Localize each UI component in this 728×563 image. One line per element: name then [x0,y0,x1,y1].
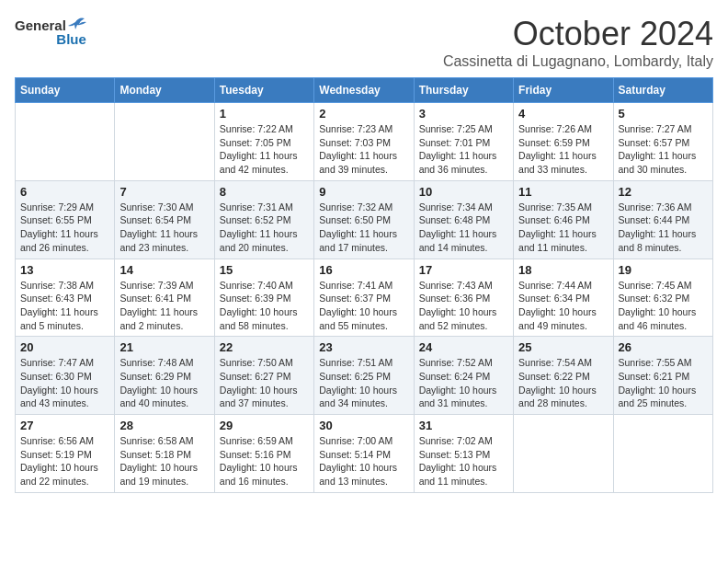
calendar-cell: 17Sunrise: 7:43 AM Sunset: 6:36 PM Dayli… [414,259,513,337]
day-info: Sunrise: 7:27 AM Sunset: 6:57 PM Dayligh… [619,122,708,177]
calendar-cell: 29Sunrise: 6:59 AM Sunset: 5:16 PM Dayli… [214,415,313,493]
day-info: Sunrise: 7:43 AM Sunset: 6:36 PM Dayligh… [419,279,508,333]
day-number: 10 [419,185,508,199]
calendar-cell: 21Sunrise: 7:48 AM Sunset: 6:29 PM Dayli… [115,337,214,415]
day-number: 26 [619,340,708,354]
day-number: 20 [20,340,109,354]
calendar-cell: 5Sunrise: 7:27 AM Sunset: 6:57 PM Daylig… [613,103,712,181]
calendar-cell: 25Sunrise: 7:54 AM Sunset: 6:22 PM Dayli… [514,337,613,415]
day-number: 28 [119,419,209,432]
calendar-cell [115,103,214,181]
day-info: Sunrise: 7:45 AM Sunset: 6:32 PM Dayligh… [619,279,708,333]
day-info: Sunrise: 7:35 AM Sunset: 6:46 PM Dayligh… [518,201,608,255]
day-number: 24 [419,340,508,354]
calendar-cell: 1Sunrise: 7:22 AM Sunset: 7:05 PM Daylig… [214,103,313,181]
weekday-header-sunday: Sunday [16,78,115,103]
day-info: Sunrise: 7:30 AM Sunset: 6:54 PM Dayligh… [119,201,209,255]
day-number: 27 [20,419,109,432]
day-info: Sunrise: 7:44 AM Sunset: 6:34 PM Dayligh… [518,279,608,333]
day-info: Sunrise: 7:00 AM Sunset: 5:14 PM Dayligh… [319,434,408,488]
calendar-cell [613,415,712,493]
logo: General Blue [15,15,86,47]
day-info: Sunrise: 7:55 AM Sunset: 6:21 PM Dayligh… [619,356,708,410]
page-header: General Blue October 2024 Cassinetta di … [15,15,713,70]
day-number: 2 [319,107,408,121]
title-block: October 2024 Cassinetta di Lugagnano, Lo… [443,15,713,70]
day-info: Sunrise: 7:34 AM Sunset: 6:48 PM Dayligh… [419,201,508,255]
day-number: 12 [619,185,708,199]
day-number: 16 [319,263,408,277]
calendar-cell: 20Sunrise: 7:47 AM Sunset: 6:30 PM Dayli… [16,337,115,415]
calendar-header-row: SundayMondayTuesdayWednesdayThursdayFrid… [16,78,713,103]
day-info: Sunrise: 7:39 AM Sunset: 6:41 PM Dayligh… [119,279,209,333]
calendar-cell: 10Sunrise: 7:34 AM Sunset: 6:48 PM Dayli… [414,180,513,259]
calendar-week-4: 20Sunrise: 7:47 AM Sunset: 6:30 PM Dayli… [16,337,713,415]
weekday-header-wednesday: Wednesday [314,78,414,103]
day-number: 11 [518,185,608,199]
calendar-cell: 13Sunrise: 7:38 AM Sunset: 6:43 PM Dayli… [16,259,115,337]
day-info: Sunrise: 6:56 AM Sunset: 5:19 PM Dayligh… [20,434,109,488]
day-number: 21 [119,340,209,354]
calendar-cell [514,415,613,493]
day-number: 18 [518,263,608,277]
day-number: 13 [20,263,109,277]
calendar-week-5: 27Sunrise: 6:56 AM Sunset: 5:19 PM Dayli… [16,415,713,493]
calendar-cell: 23Sunrise: 7:51 AM Sunset: 6:25 PM Dayli… [314,337,414,415]
day-number: 6 [20,185,109,199]
weekday-header-monday: Monday [115,78,214,103]
day-info: Sunrise: 7:25 AM Sunset: 7:01 PM Dayligh… [419,122,508,177]
calendar-cell: 16Sunrise: 7:41 AM Sunset: 6:37 PM Dayli… [314,259,414,337]
day-info: Sunrise: 7:48 AM Sunset: 6:29 PM Dayligh… [119,356,209,410]
day-number: 25 [518,340,608,354]
calendar-cell: 3Sunrise: 7:25 AM Sunset: 7:01 PM Daylig… [414,103,513,181]
day-number: 14 [119,263,209,277]
logo-general: General [15,17,66,33]
calendar-table: SundayMondayTuesdayWednesdayThursdayFrid… [15,77,713,493]
calendar-cell: 30Sunrise: 7:00 AM Sunset: 5:14 PM Dayli… [314,415,414,493]
day-info: Sunrise: 7:52 AM Sunset: 6:24 PM Dayligh… [419,356,508,410]
calendar-cell: 7Sunrise: 7:30 AM Sunset: 6:54 PM Daylig… [115,180,214,259]
day-number: 30 [319,419,408,432]
day-number: 19 [619,263,708,277]
calendar-cell: 19Sunrise: 7:45 AM Sunset: 6:32 PM Dayli… [613,259,712,337]
calendar-cell [16,103,115,181]
day-info: Sunrise: 7:29 AM Sunset: 6:55 PM Dayligh… [20,201,109,255]
calendar-cell: 22Sunrise: 7:50 AM Sunset: 6:27 PM Dayli… [214,337,313,415]
calendar-cell: 26Sunrise: 7:55 AM Sunset: 6:21 PM Dayli… [613,337,712,415]
day-info: Sunrise: 6:59 AM Sunset: 5:16 PM Dayligh… [220,434,309,488]
day-number: 9 [319,185,408,199]
day-info: Sunrise: 7:23 AM Sunset: 7:03 PM Dayligh… [319,122,408,177]
calendar-cell: 24Sunrise: 7:52 AM Sunset: 6:24 PM Dayli… [414,337,513,415]
day-number: 5 [619,107,708,121]
calendar-cell: 6Sunrise: 7:29 AM Sunset: 6:55 PM Daylig… [16,180,115,259]
day-info: Sunrise: 7:51 AM Sunset: 6:25 PM Dayligh… [319,356,408,410]
calendar-cell: 9Sunrise: 7:32 AM Sunset: 6:50 PM Daylig… [314,180,414,259]
day-info: Sunrise: 7:54 AM Sunset: 6:22 PM Dayligh… [518,356,608,410]
calendar-cell: 4Sunrise: 7:26 AM Sunset: 6:59 PM Daylig… [514,103,613,181]
day-number: 3 [419,107,508,121]
day-number: 1 [220,107,309,121]
calendar-cell: 12Sunrise: 7:36 AM Sunset: 6:44 PM Dayli… [613,180,712,259]
day-info: Sunrise: 7:36 AM Sunset: 6:44 PM Dayligh… [619,201,708,255]
day-info: Sunrise: 7:32 AM Sunset: 6:50 PM Dayligh… [319,201,408,255]
calendar-cell: 15Sunrise: 7:40 AM Sunset: 6:39 PM Dayli… [214,259,313,337]
day-info: Sunrise: 7:22 AM Sunset: 7:05 PM Dayligh… [220,122,309,177]
day-number: 4 [518,107,608,121]
day-info: Sunrise: 7:02 AM Sunset: 5:13 PM Dayligh… [419,434,508,488]
weekday-header-friday: Friday [514,78,613,103]
day-info: Sunrise: 7:41 AM Sunset: 6:37 PM Dayligh… [319,279,408,333]
day-number: 29 [220,419,309,432]
calendar-cell: 18Sunrise: 7:44 AM Sunset: 6:34 PM Dayli… [514,259,613,337]
calendar-cell: 2Sunrise: 7:23 AM Sunset: 7:03 PM Daylig… [314,103,414,181]
logo-blue: Blue [56,31,86,47]
calendar-week-1: 1Sunrise: 7:22 AM Sunset: 7:05 PM Daylig… [16,103,713,181]
day-info: Sunrise: 7:47 AM Sunset: 6:30 PM Dayligh… [20,356,109,410]
day-info: Sunrise: 7:31 AM Sunset: 6:52 PM Dayligh… [220,201,309,255]
calendar-cell: 28Sunrise: 6:58 AM Sunset: 5:18 PM Dayli… [115,415,214,493]
day-number: 8 [220,185,309,199]
calendar-cell: 11Sunrise: 7:35 AM Sunset: 6:46 PM Dayli… [514,180,613,259]
day-number: 23 [319,340,408,354]
day-number: 31 [419,419,508,432]
weekday-header-tuesday: Tuesday [214,78,313,103]
calendar-cell: 31Sunrise: 7:02 AM Sunset: 5:13 PM Dayli… [414,415,513,493]
